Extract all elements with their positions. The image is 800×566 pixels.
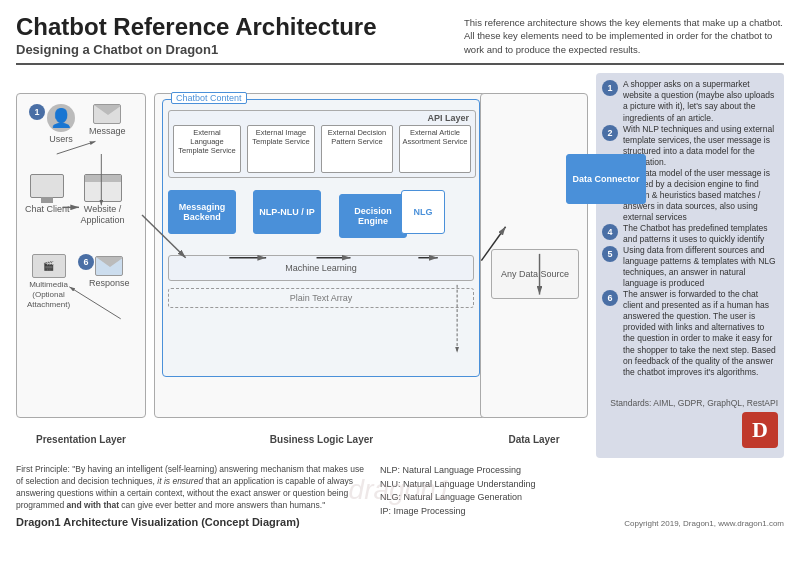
response-icon	[95, 256, 123, 276]
legend-text-3: The data model of the user message is ha…	[623, 168, 778, 223]
legend-items: 1 A shopper asks on a supermarket websit…	[602, 79, 778, 377]
multimedia-icon: 🎬	[32, 254, 66, 278]
any-data-source-box: Any Data Source	[491, 249, 579, 299]
nlp-box: NLP-NLU / IP	[253, 190, 321, 234]
diagram-area: Presentation Layer 1 👤 Users	[16, 73, 588, 458]
footer-left: First Principle: "By having an intellige…	[16, 464, 364, 528]
website-app-label: Website / Application	[75, 204, 130, 226]
legend-num-4: 4	[602, 224, 618, 240]
users-group: 1 👤 Users	[29, 104, 75, 144]
header-left: Chatbot Reference Architecture Designing…	[16, 14, 464, 57]
website-app-group: Website / Application	[75, 174, 130, 226]
header: Chatbot Reference Architecture Designing…	[16, 14, 784, 65]
api-layer-label: API Layer	[427, 113, 469, 123]
ext-article-service: External Article Assortment Service	[399, 125, 471, 173]
page-subtitle: Designing a Chatbot on Dragon1	[16, 42, 464, 57]
legend-item-4: 4 The Chatbot has predefined templates a…	[602, 223, 778, 245]
badge-1: 1	[29, 104, 45, 120]
presentation-layer-label: Presentation Layer	[17, 434, 145, 445]
decision-engine-box: Decision Engine	[339, 194, 407, 238]
dragon-logo: D	[742, 412, 778, 448]
nlg-group: NLG 5	[415, 190, 431, 206]
legend-num-6: 6	[602, 290, 618, 306]
nlp-definition: NLP: Natural Language Processing	[380, 464, 580, 478]
data-layer-label: Data Layer	[481, 434, 587, 445]
footer-dragon-label: Dragon1 Architecture Visualization (Conc…	[16, 516, 364, 528]
badge-6: 6	[78, 254, 94, 270]
business-layer-label: Business Logic Layer	[155, 434, 488, 445]
plain-text-array-label: Plain Text Array	[290, 293, 352, 303]
chatbot-context-box: Chatbot Content API Layer External Langu…	[162, 99, 480, 377]
data-connector-group: 4 Data Connector	[566, 154, 582, 170]
nlp-group: 3 NLP-NLU / IP	[253, 190, 269, 206]
legend-footer: Standards: AIML, GDPR, GraphQL, RestAPI …	[602, 398, 778, 452]
legend-text-2: With NLP techniques and using external t…	[623, 124, 778, 168]
chatbot-context-label: Chatbot Content	[171, 92, 247, 104]
diagram-container: Presentation Layer 1 👤 Users	[16, 73, 588, 458]
presentation-layer-box: Presentation Layer 1 👤 Users	[16, 93, 146, 418]
nlg-box: NLG	[401, 190, 445, 234]
copyright-text: Copyright 2019, Dragon1, www.dragon1.com	[624, 519, 784, 528]
website-icon	[84, 174, 122, 202]
users-label: Users	[49, 134, 73, 144]
multimedia-label: Multimedia (Optional Attachment)	[21, 280, 76, 309]
chat-client-group: Chat Client	[25, 174, 70, 214]
main-area: Presentation Layer 1 👤 Users	[16, 73, 784, 458]
legend-item-6: 6 The answer is forwarded to the chat cl…	[602, 289, 778, 377]
plain-text-array-box: Plain Text Array	[168, 288, 474, 308]
legend-panel: 1 A shopper asks on a supermarket websit…	[596, 73, 784, 458]
header-description: This reference architecture shows the ke…	[464, 14, 784, 56]
message-icon	[93, 104, 121, 124]
nlp-definition: NLG: Natural Language Generation	[380, 491, 580, 505]
multimedia-group: 🎬 Multimedia (Optional Attachment) 6	[21, 254, 94, 309]
nlp-definition: NLU: Natural Language Understanding	[380, 478, 580, 492]
data-connector-box: Data Connector	[566, 154, 646, 204]
legend-num-5: 5	[602, 246, 618, 262]
response-group: Response	[89, 256, 130, 288]
data-layer-box: Data Layer 4 Data Connector Any Data Sou…	[480, 93, 588, 418]
legend-text-6: The answer is forwarded to the chat clie…	[623, 289, 778, 377]
business-layer-box: Business Logic Layer Chatbot Content API…	[154, 93, 489, 418]
legend-num-1: 1	[602, 80, 618, 96]
message-group: Message	[89, 104, 126, 136]
legend-text-5: Using data from different sources and la…	[623, 245, 778, 289]
chat-client-label: Chat Client	[25, 204, 70, 214]
standards-text: Standards: AIML, GDPR, GraphQL, RestAPI	[602, 398, 778, 408]
legend-text-1: A shopper asks on a supermarket website …	[623, 79, 778, 123]
chat-client-icon	[30, 174, 64, 198]
footer-right-panel: Copyright 2019, Dragon1, www.dragon1.com	[596, 464, 784, 528]
page-title: Chatbot Reference Architecture	[16, 14, 464, 40]
user-icon: 👤	[47, 104, 75, 132]
api-layer-box: API Layer External Language Template Ser…	[168, 110, 476, 178]
footer-principle: First Principle: "By having an intellige…	[16, 464, 364, 512]
messaging-backend-group: 2 Messaging Backend	[168, 190, 184, 206]
legend-text-4: The Chatbot has predefined templates and…	[623, 223, 778, 245]
ext-lang-service: External Language Template Service	[173, 125, 241, 173]
machine-learning-label: Machine Learning	[285, 263, 357, 273]
page: Chatbot Reference Architecture Designing…	[0, 0, 800, 566]
message-label: Message	[89, 126, 126, 136]
ext-image-service: External Image Template Service	[247, 125, 315, 173]
footer-area: First Principle: "By having an intellige…	[16, 464, 784, 528]
messaging-backend-box: Messaging Backend	[168, 190, 236, 234]
response-label: Response	[89, 278, 130, 288]
footer-nlp-definitions: NLP: Natural Language ProcessingNLU: Nat…	[380, 464, 580, 528]
nlp-definition: IP: Image Processing	[380, 505, 580, 519]
machine-learning-box: Machine Learning	[168, 255, 474, 281]
legend-item-5: 5 Using data from different sources and …	[602, 245, 778, 289]
any-data-source-label: Any Data Source	[501, 269, 569, 279]
legend-num-2: 2	[602, 125, 618, 141]
legend-item-1: 1 A shopper asks on a supermarket websit…	[602, 79, 778, 123]
ext-decision-service: External Decision Pattern Service	[321, 125, 393, 173]
